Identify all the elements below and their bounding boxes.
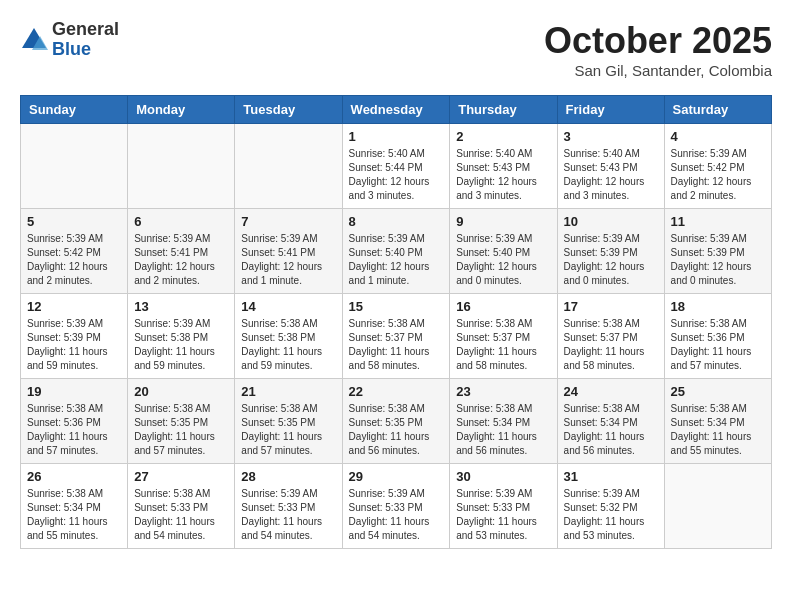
calendar-cell: 21Sunrise: 5:38 AM Sunset: 5:35 PM Dayli… [235, 379, 342, 464]
day-info: Sunrise: 5:38 AM Sunset: 5:34 PM Dayligh… [27, 487, 121, 543]
day-number: 18 [671, 299, 765, 314]
calendar-cell: 3Sunrise: 5:40 AM Sunset: 5:43 PM Daylig… [557, 124, 664, 209]
calendar-table: SundayMondayTuesdayWednesdayThursdayFrid… [20, 95, 772, 549]
calendar-cell: 2Sunrise: 5:40 AM Sunset: 5:43 PM Daylig… [450, 124, 557, 209]
day-number: 6 [134, 214, 228, 229]
day-info: Sunrise: 5:39 AM Sunset: 5:33 PM Dayligh… [456, 487, 550, 543]
weekday-header-friday: Friday [557, 96, 664, 124]
calendar-cell: 9Sunrise: 5:39 AM Sunset: 5:40 PM Daylig… [450, 209, 557, 294]
logo: General Blue [20, 20, 119, 60]
weekday-header-wednesday: Wednesday [342, 96, 450, 124]
day-number: 24 [564, 384, 658, 399]
calendar-cell: 11Sunrise: 5:39 AM Sunset: 5:39 PM Dayli… [664, 209, 771, 294]
day-number: 30 [456, 469, 550, 484]
calendar-cell: 7Sunrise: 5:39 AM Sunset: 5:41 PM Daylig… [235, 209, 342, 294]
title-section: October 2025 San Gil, Santander, Colombi… [544, 20, 772, 79]
day-number: 10 [564, 214, 658, 229]
calendar-cell: 30Sunrise: 5:39 AM Sunset: 5:33 PM Dayli… [450, 464, 557, 549]
day-info: Sunrise: 5:38 AM Sunset: 5:36 PM Dayligh… [27, 402, 121, 458]
day-info: Sunrise: 5:40 AM Sunset: 5:44 PM Dayligh… [349, 147, 444, 203]
day-info: Sunrise: 5:38 AM Sunset: 5:34 PM Dayligh… [671, 402, 765, 458]
calendar-week-row: 5Sunrise: 5:39 AM Sunset: 5:42 PM Daylig… [21, 209, 772, 294]
day-info: Sunrise: 5:39 AM Sunset: 5:32 PM Dayligh… [564, 487, 658, 543]
weekday-header-thursday: Thursday [450, 96, 557, 124]
day-number: 29 [349, 469, 444, 484]
day-number: 31 [564, 469, 658, 484]
calendar-cell: 16Sunrise: 5:38 AM Sunset: 5:37 PM Dayli… [450, 294, 557, 379]
day-info: Sunrise: 5:39 AM Sunset: 5:42 PM Dayligh… [27, 232, 121, 288]
day-number: 28 [241, 469, 335, 484]
day-info: Sunrise: 5:39 AM Sunset: 5:38 PM Dayligh… [134, 317, 228, 373]
weekday-header-row: SundayMondayTuesdayWednesdayThursdayFrid… [21, 96, 772, 124]
day-number: 23 [456, 384, 550, 399]
day-number: 27 [134, 469, 228, 484]
calendar-week-row: 26Sunrise: 5:38 AM Sunset: 5:34 PM Dayli… [21, 464, 772, 549]
day-number: 16 [456, 299, 550, 314]
day-number: 7 [241, 214, 335, 229]
calendar-cell: 31Sunrise: 5:39 AM Sunset: 5:32 PM Dayli… [557, 464, 664, 549]
calendar-cell: 23Sunrise: 5:38 AM Sunset: 5:34 PM Dayli… [450, 379, 557, 464]
day-info: Sunrise: 5:39 AM Sunset: 5:39 PM Dayligh… [27, 317, 121, 373]
day-number: 20 [134, 384, 228, 399]
calendar-cell: 8Sunrise: 5:39 AM Sunset: 5:40 PM Daylig… [342, 209, 450, 294]
day-info: Sunrise: 5:38 AM Sunset: 5:38 PM Dayligh… [241, 317, 335, 373]
calendar-cell: 15Sunrise: 5:38 AM Sunset: 5:37 PM Dayli… [342, 294, 450, 379]
day-info: Sunrise: 5:38 AM Sunset: 5:37 PM Dayligh… [456, 317, 550, 373]
calendar-cell: 13Sunrise: 5:39 AM Sunset: 5:38 PM Dayli… [128, 294, 235, 379]
day-info: Sunrise: 5:39 AM Sunset: 5:40 PM Dayligh… [349, 232, 444, 288]
calendar-cell: 26Sunrise: 5:38 AM Sunset: 5:34 PM Dayli… [21, 464, 128, 549]
day-info: Sunrise: 5:39 AM Sunset: 5:33 PM Dayligh… [349, 487, 444, 543]
calendar-cell: 4Sunrise: 5:39 AM Sunset: 5:42 PM Daylig… [664, 124, 771, 209]
weekday-header-monday: Monday [128, 96, 235, 124]
calendar-cell: 28Sunrise: 5:39 AM Sunset: 5:33 PM Dayli… [235, 464, 342, 549]
day-number: 8 [349, 214, 444, 229]
calendar-cell: 5Sunrise: 5:39 AM Sunset: 5:42 PM Daylig… [21, 209, 128, 294]
day-info: Sunrise: 5:39 AM Sunset: 5:40 PM Dayligh… [456, 232, 550, 288]
weekday-header-sunday: Sunday [21, 96, 128, 124]
calendar-cell: 6Sunrise: 5:39 AM Sunset: 5:41 PM Daylig… [128, 209, 235, 294]
day-number: 26 [27, 469, 121, 484]
day-number: 19 [27, 384, 121, 399]
calendar-cell: 25Sunrise: 5:38 AM Sunset: 5:34 PM Dayli… [664, 379, 771, 464]
day-number: 11 [671, 214, 765, 229]
day-info: Sunrise: 5:38 AM Sunset: 5:34 PM Dayligh… [456, 402, 550, 458]
day-number: 9 [456, 214, 550, 229]
day-number: 3 [564, 129, 658, 144]
day-info: Sunrise: 5:40 AM Sunset: 5:43 PM Dayligh… [564, 147, 658, 203]
day-number: 17 [564, 299, 658, 314]
day-number: 22 [349, 384, 444, 399]
calendar-week-row: 19Sunrise: 5:38 AM Sunset: 5:36 PM Dayli… [21, 379, 772, 464]
calendar-cell [235, 124, 342, 209]
calendar-cell: 14Sunrise: 5:38 AM Sunset: 5:38 PM Dayli… [235, 294, 342, 379]
calendar-cell [128, 124, 235, 209]
page-header: General Blue October 2025 San Gil, Santa… [20, 20, 772, 79]
day-info: Sunrise: 5:40 AM Sunset: 5:43 PM Dayligh… [456, 147, 550, 203]
day-number: 25 [671, 384, 765, 399]
day-info: Sunrise: 5:39 AM Sunset: 5:41 PM Dayligh… [241, 232, 335, 288]
calendar-cell: 17Sunrise: 5:38 AM Sunset: 5:37 PM Dayli… [557, 294, 664, 379]
day-number: 14 [241, 299, 335, 314]
logo-general-text: General [52, 20, 119, 40]
day-info: Sunrise: 5:38 AM Sunset: 5:37 PM Dayligh… [349, 317, 444, 373]
calendar-cell: 20Sunrise: 5:38 AM Sunset: 5:35 PM Dayli… [128, 379, 235, 464]
logo-blue-text: Blue [52, 40, 119, 60]
day-info: Sunrise: 5:39 AM Sunset: 5:41 PM Dayligh… [134, 232, 228, 288]
day-info: Sunrise: 5:38 AM Sunset: 5:35 PM Dayligh… [241, 402, 335, 458]
calendar-cell [664, 464, 771, 549]
calendar-cell: 10Sunrise: 5:39 AM Sunset: 5:39 PM Dayli… [557, 209, 664, 294]
day-info: Sunrise: 5:39 AM Sunset: 5:39 PM Dayligh… [564, 232, 658, 288]
logo-icon [20, 26, 48, 54]
day-info: Sunrise: 5:38 AM Sunset: 5:35 PM Dayligh… [134, 402, 228, 458]
calendar-cell: 12Sunrise: 5:39 AM Sunset: 5:39 PM Dayli… [21, 294, 128, 379]
calendar-cell: 27Sunrise: 5:38 AM Sunset: 5:33 PM Dayli… [128, 464, 235, 549]
day-info: Sunrise: 5:39 AM Sunset: 5:33 PM Dayligh… [241, 487, 335, 543]
weekday-header-saturday: Saturday [664, 96, 771, 124]
day-number: 5 [27, 214, 121, 229]
day-number: 15 [349, 299, 444, 314]
calendar-cell [21, 124, 128, 209]
calendar-cell: 22Sunrise: 5:38 AM Sunset: 5:35 PM Dayli… [342, 379, 450, 464]
calendar-cell: 24Sunrise: 5:38 AM Sunset: 5:34 PM Dayli… [557, 379, 664, 464]
location: San Gil, Santander, Colombia [544, 62, 772, 79]
calendar-cell: 19Sunrise: 5:38 AM Sunset: 5:36 PM Dayli… [21, 379, 128, 464]
day-info: Sunrise: 5:39 AM Sunset: 5:42 PM Dayligh… [671, 147, 765, 203]
